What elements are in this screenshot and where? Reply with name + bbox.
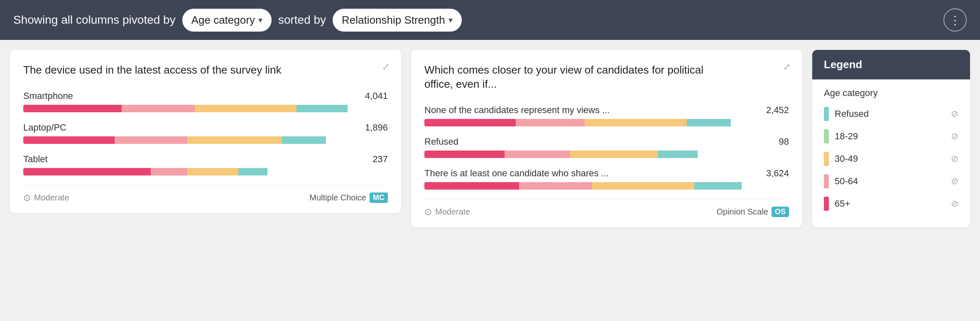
legend-left-18-29: 18-29 xyxy=(824,129,858,143)
bar-seg xyxy=(187,168,238,175)
bar-seg xyxy=(296,105,348,112)
bar-seg xyxy=(424,119,516,126)
row-one-candidate-label: There is at least one candidate who shar… xyxy=(424,168,609,179)
bar-seg xyxy=(519,182,592,190)
type-tag-1: MC xyxy=(370,193,388,203)
bar-seg xyxy=(23,168,151,175)
bar-seg xyxy=(23,136,115,144)
bar-seg xyxy=(23,105,122,112)
hide-refused-button[interactable]: ⊘ xyxy=(951,109,958,119)
bar-seg xyxy=(694,182,742,190)
type-badge-2: Opinion Scale OS xyxy=(716,207,789,217)
legend-panel: Legend Age category Refused ⊘ 18-29 ⊘ xyxy=(812,50,970,227)
row-none-candidates-label: None of the candidates represent my view… xyxy=(424,105,610,116)
legend-label-30-49: 30-49 xyxy=(835,153,858,164)
bar-seg xyxy=(658,151,698,158)
row-refused-label: Refused xyxy=(424,136,458,147)
relationship-badge-1: ⊙ Moderate xyxy=(23,193,69,203)
bar-laptop xyxy=(23,136,388,144)
row-laptop-label: Laptop/PC xyxy=(23,122,66,133)
bar-seg xyxy=(505,151,570,158)
legend-header: Legend xyxy=(812,50,970,79)
card-political: ⤢ Which comes closer to your view of can… xyxy=(411,50,802,227)
bar-seg xyxy=(122,105,195,112)
sorted-text: sorted by xyxy=(278,13,326,27)
bar-tablet xyxy=(23,168,388,175)
row-smartphone-label: Smartphone xyxy=(23,91,73,101)
bar-refused xyxy=(424,151,789,158)
row-smartphone: Smartphone 4,041 xyxy=(23,91,388,112)
legend-title: Legend xyxy=(824,58,862,71)
hide-50-64-button[interactable]: ⊘ xyxy=(951,176,958,187)
more-icon: ⋮ xyxy=(949,13,961,27)
legend-item-65plus: 65+ ⊘ xyxy=(824,197,958,211)
bar-none-candidates xyxy=(424,119,789,126)
row-tablet-label: Tablet xyxy=(23,154,48,165)
bar-seg xyxy=(195,105,297,112)
topbar: Showing all columns pivoted by Age categ… xyxy=(0,0,980,40)
row-tablet-value: 237 xyxy=(372,154,388,165)
pivot-label: Age category xyxy=(191,14,255,27)
relationship-label-1: Moderate xyxy=(34,193,69,202)
pivot-chevron-icon: ▾ xyxy=(258,15,262,25)
sort-chevron-icon: ▾ xyxy=(448,15,453,25)
bar-seg xyxy=(115,136,188,144)
type-label-1: Multiple Choice xyxy=(309,193,366,202)
bar-seg xyxy=(687,119,730,126)
bar-seg xyxy=(187,136,282,144)
legend-label-65plus: 65+ xyxy=(835,198,850,209)
card-device-footer: ⊙ Moderate Multiple Choice MC xyxy=(23,185,388,203)
bar-seg xyxy=(238,168,267,175)
bar-seg xyxy=(516,119,585,126)
row-one-candidate: There is at least one candidate who shar… xyxy=(424,168,789,190)
hide-30-49-button[interactable]: ⊘ xyxy=(951,153,958,164)
bar-smartphone xyxy=(23,105,388,112)
row-tablet: Tablet 237 xyxy=(23,154,388,175)
legend-label-50-64: 50-64 xyxy=(835,176,858,187)
relationship-icon-1: ⊙ xyxy=(23,193,31,203)
card-device: ⤢ The device used in the latest access o… xyxy=(10,50,401,213)
sort-dropdown[interactable]: Relationship Strength ▾ xyxy=(333,9,462,32)
expand-icon-card2[interactable]: ⤢ xyxy=(783,62,791,72)
legend-category-title: Age category xyxy=(824,88,958,99)
legend-color-30-49 xyxy=(824,152,829,166)
legend-left-65plus: 65+ xyxy=(824,197,850,211)
type-label-2: Opinion Scale xyxy=(716,207,768,217)
legend-label-refused: Refused xyxy=(835,109,869,119)
row-none-candidates-value: 2,452 xyxy=(766,105,789,116)
legend-color-50-64 xyxy=(824,174,829,188)
more-options-button[interactable]: ⋮ xyxy=(943,8,967,32)
row-laptop: Laptop/PC 1,896 xyxy=(23,122,388,144)
showing-text: Showing all columns pivoted by xyxy=(13,13,176,27)
hide-65plus-button[interactable]: ⊘ xyxy=(951,198,958,209)
legend-left-refused: Refused xyxy=(824,107,869,121)
bar-seg xyxy=(424,151,505,158)
relationship-label-2: Moderate xyxy=(435,207,470,217)
legend-item-18-29: 18-29 ⊘ xyxy=(824,129,958,143)
relationship-badge-2: ⊙ Moderate xyxy=(424,207,470,217)
bar-one-candidate xyxy=(424,182,789,190)
legend-left-30-49: 30-49 xyxy=(824,152,858,166)
card-device-title: The device used in the latest access of … xyxy=(23,63,333,77)
main-content: ⤢ The device used in the latest access o… xyxy=(0,40,980,237)
hide-18-29-button[interactable]: ⊘ xyxy=(951,131,958,142)
bar-seg xyxy=(151,168,187,175)
row-refused-value: 98 xyxy=(779,136,789,147)
legend-color-refused xyxy=(824,107,829,121)
legend-color-65plus xyxy=(824,197,829,211)
card-political-title: Which comes closer to your view of candi… xyxy=(424,63,734,91)
legend-item-50-64: 50-64 ⊘ xyxy=(824,174,958,188)
pivot-dropdown[interactable]: Age category ▾ xyxy=(182,9,272,32)
row-none-candidates: None of the candidates represent my view… xyxy=(424,105,789,126)
row-refused: Refused 98 xyxy=(424,136,789,158)
sort-label: Relationship Strength xyxy=(342,14,445,27)
row-smartphone-value: 4,041 xyxy=(365,91,388,101)
expand-icon-card1[interactable]: ⤢ xyxy=(382,62,390,72)
bar-seg xyxy=(592,182,694,190)
type-tag-2: OS xyxy=(772,207,789,217)
bar-seg xyxy=(424,182,519,190)
type-badge-1: Multiple Choice MC xyxy=(309,193,388,203)
legend-item-refused: Refused ⊘ xyxy=(824,107,958,121)
legend-color-18-29 xyxy=(824,129,829,143)
row-one-candidate-value: 3,624 xyxy=(766,168,789,179)
